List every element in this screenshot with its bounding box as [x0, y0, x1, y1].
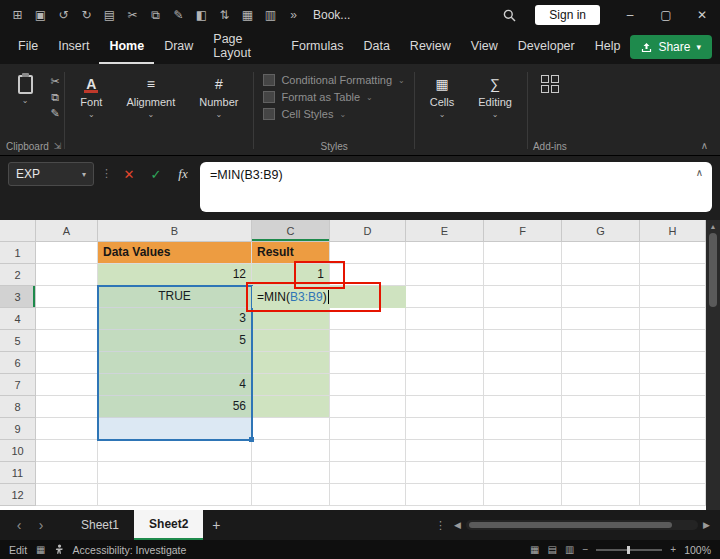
app-launcher-icon[interactable]: ⊞ — [6, 4, 29, 26]
cell-editor-C3[interactable]: =MIN(B3:B9) — [252, 286, 406, 308]
ribbon-tab-help[interactable]: Help — [585, 30, 631, 64]
cell-G2[interactable] — [562, 264, 640, 286]
cell-G3[interactable] — [562, 286, 640, 308]
cut-icon[interactable]: ✂ — [51, 75, 60, 88]
scroll-up-icon[interactable]: ▲ — [710, 223, 717, 230]
scroll-left-icon[interactable]: ◀ — [454, 520, 461, 530]
cell-D12[interactable] — [330, 484, 406, 506]
column-header-F[interactable]: F — [484, 220, 562, 242]
close-button[interactable]: ✕ — [684, 0, 720, 30]
ribbon-tab-developer[interactable]: Developer — [508, 30, 585, 64]
sheet-tab-sheet2[interactable]: Sheet2 — [134, 510, 203, 540]
zoom-out-icon[interactable]: − — [582, 544, 588, 555]
cell-H7[interactable] — [640, 374, 706, 396]
insert-function-button[interactable]: fx — [173, 162, 193, 186]
alignment-group-button[interactable]: ≡ Alignment ⌄ — [114, 66, 187, 155]
vertical-scrollbar[interactable]: ▲ — [706, 220, 720, 510]
normal-view-icon[interactable]: ▦ — [530, 544, 539, 555]
cell-B3[interactable]: TRUE — [98, 286, 252, 308]
row-header-7[interactable]: 7 — [0, 374, 36, 396]
vertical-scroll-thumb[interactable] — [709, 233, 717, 307]
cell-D2[interactable] — [330, 264, 406, 286]
cell-G10[interactable] — [562, 440, 640, 462]
ribbon-tab-formulas[interactable]: Formulas — [281, 30, 353, 64]
format-painter-icon[interactable]: ✎ — [167, 4, 190, 26]
cell-D11[interactable] — [330, 462, 406, 484]
next-sheet-icon[interactable]: › — [30, 517, 52, 533]
cell-G4[interactable] — [562, 308, 640, 330]
cell-H5[interactable] — [640, 330, 706, 352]
cell-E12[interactable] — [406, 484, 484, 506]
cell-B5[interactable]: 5 — [98, 330, 252, 352]
previous-sheet-icon[interactable]: ‹ — [8, 517, 30, 533]
cell-C4[interactable] — [252, 308, 330, 330]
cell-C8[interactable] — [252, 396, 330, 418]
ribbon-tab-file[interactable]: File — [8, 30, 48, 64]
minimize-button[interactable]: – — [612, 0, 648, 30]
cell-F1[interactable] — [484, 242, 562, 264]
cell-B12[interactable] — [98, 484, 252, 506]
redo-icon[interactable]: ↻ — [75, 4, 98, 26]
add-sheet-button[interactable]: + — [203, 517, 229, 533]
cell-H4[interactable] — [640, 308, 706, 330]
page-layout-view-icon[interactable]: ▤ — [548, 544, 557, 555]
sign-in-button[interactable]: Sign in — [535, 5, 600, 25]
cell-G12[interactable] — [562, 484, 640, 506]
cell-C7[interactable] — [252, 374, 330, 396]
cell-H3[interactable] — [640, 286, 706, 308]
cell-F6[interactable] — [484, 352, 562, 374]
cell-C2[interactable]: 1 — [252, 264, 330, 286]
more-options-icon[interactable]: ⋮ — [427, 519, 454, 532]
cell-G9[interactable] — [562, 418, 640, 440]
format-painter-icon[interactable]: ✎ — [51, 107, 60, 120]
undo-icon[interactable]: ↺ — [52, 4, 75, 26]
column-header-A[interactable]: A — [36, 220, 98, 242]
search-button[interactable] — [495, 3, 523, 27]
cells-group-button[interactable]: ▦ Cells ⌄ — [418, 66, 466, 155]
cell-E4[interactable] — [406, 308, 484, 330]
cell-E6[interactable] — [406, 352, 484, 374]
share-button[interactable]: Share ▾ — [630, 35, 712, 59]
chart-icon[interactable]: ▥ — [259, 4, 282, 26]
column-header-B[interactable]: B — [98, 220, 252, 242]
horizontal-scroll-thumb[interactable] — [469, 522, 672, 528]
column-header-C[interactable]: C — [252, 220, 330, 242]
row-header-11[interactable]: 11 — [0, 462, 36, 484]
cell-C6[interactable] — [252, 352, 330, 374]
cell-C11[interactable] — [252, 462, 330, 484]
cell-E1[interactable] — [406, 242, 484, 264]
horizontal-scrollbar[interactable]: ◀ ▶ — [454, 520, 712, 530]
cell-G5[interactable] — [562, 330, 640, 352]
ribbon-tab-page-layout[interactable]: Page Layout — [203, 30, 281, 64]
column-header-H[interactable]: H — [640, 220, 706, 242]
cell-D6[interactable] — [330, 352, 406, 374]
cell-B11[interactable] — [98, 462, 252, 484]
cell-E9[interactable] — [406, 418, 484, 440]
cell-B1[interactable]: Data Values — [98, 242, 252, 264]
sheet-tab-sheet1[interactable]: Sheet1 — [66, 510, 134, 540]
cell-D4[interactable] — [330, 308, 406, 330]
collapse-formula-bar-icon[interactable]: ∧ — [696, 167, 703, 178]
row-header-4[interactable]: 4 — [0, 308, 36, 330]
cell-A8[interactable] — [36, 396, 98, 418]
column-header-E[interactable]: E — [406, 220, 484, 242]
number-group-button[interactable]: # Number ⌄ — [187, 66, 250, 155]
cell-F9[interactable] — [484, 418, 562, 440]
cell-A5[interactable] — [36, 330, 98, 352]
sort-filter-icon[interactable]: ⇅ — [213, 4, 236, 26]
copy-icon[interactable]: ⧉ — [144, 4, 167, 26]
cell-F7[interactable] — [484, 374, 562, 396]
cell-B2[interactable]: 12 — [98, 264, 252, 286]
cell-D7[interactable] — [330, 374, 406, 396]
cell-E8[interactable] — [406, 396, 484, 418]
column-header-G[interactable]: G — [562, 220, 640, 242]
name-box-resize-handle[interactable]: ⋮ — [101, 162, 112, 180]
format-as-table-button[interactable]: Format as Table ⌄ — [263, 91, 404, 103]
cell-G8[interactable] — [562, 396, 640, 418]
cell-A3[interactable] — [36, 286, 98, 308]
save-icon[interactable]: ▣ — [29, 4, 52, 26]
cell-H11[interactable] — [640, 462, 706, 484]
row-header-2[interactable]: 2 — [0, 264, 36, 286]
dialog-launcher-icon[interactable]: ⇲ — [54, 141, 62, 151]
cell-H12[interactable] — [640, 484, 706, 506]
